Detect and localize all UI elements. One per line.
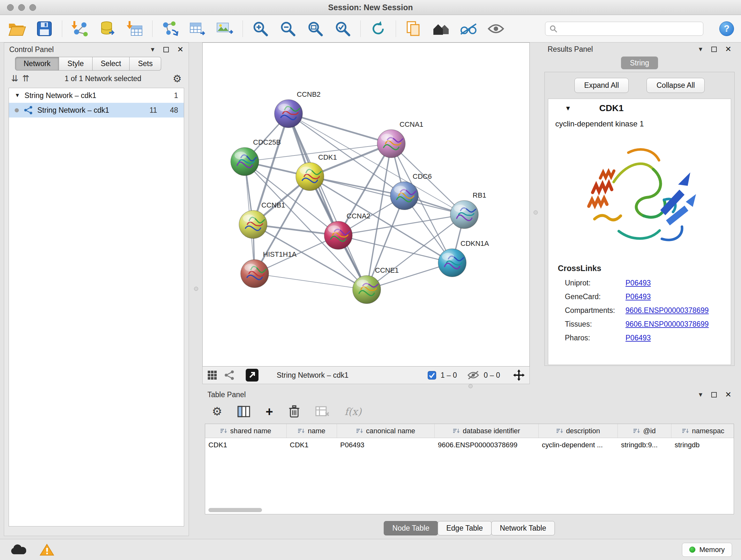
import-network-from-file-button[interactable] xyxy=(70,19,90,39)
selected-checkbox-icon[interactable] xyxy=(428,371,436,380)
column-header-name[interactable]: name xyxy=(286,424,337,438)
crosslinks-list: Uniprot:P06493GeneCard:P06493Compartment… xyxy=(548,276,731,345)
toolbar-search xyxy=(545,22,703,36)
network-canvas[interactable]: CCNB2CCNA1CDC25BCDK1CDC6RB1CCNB1CCNA2CDK… xyxy=(202,43,530,367)
export-network-icon xyxy=(161,20,179,37)
panel-float-icon[interactable] xyxy=(711,392,717,397)
tab-edge-table[interactable]: Edge Table xyxy=(437,521,491,536)
crosslink-link[interactable]: P06493 xyxy=(625,293,731,301)
zoom-selected-button[interactable] xyxy=(333,19,353,39)
search-input[interactable] xyxy=(561,24,699,33)
share-network-icon[interactable] xyxy=(224,370,234,380)
collapse-all-button[interactable]: Collapse All xyxy=(647,78,704,93)
column-header-database-identifier[interactable]: database identifier xyxy=(434,424,539,438)
network-row[interactable]: String Network – cdk1 11 48 xyxy=(9,103,184,118)
export-table-icon xyxy=(189,20,206,37)
node-label: CDC6 xyxy=(413,172,432,180)
export-network-button[interactable] xyxy=(160,19,180,39)
node-label: CDKN1A xyxy=(461,240,489,247)
column-header-canonical-name[interactable]: canonical name xyxy=(337,424,434,438)
table-cell: stringdb xyxy=(671,438,734,452)
column-header-namespac[interactable]: namespac xyxy=(671,424,734,438)
create-column-plus-icon[interactable]: + xyxy=(266,405,273,418)
network-collection-row[interactable]: ▼ String Network – cdk1 1 xyxy=(9,88,184,103)
panel-close-icon[interactable]: ✕ xyxy=(177,45,184,54)
network-node-CCNB2[interactable] xyxy=(274,100,302,128)
collapse-all-icon[interactable]: ⇊ xyxy=(11,73,18,84)
crosslink-link[interactable]: P06493 xyxy=(625,279,731,287)
function-builder-icon-disabled: f(x) xyxy=(345,406,361,417)
warning-icon[interactable] xyxy=(40,543,54,556)
import-table-from-file-button[interactable] xyxy=(125,19,145,39)
zoom-in-button[interactable] xyxy=(251,19,270,39)
crosslink-row-tissues-: Tissues:9606.ENSP00000378699 xyxy=(548,317,731,331)
show-details-button[interactable] xyxy=(486,19,506,39)
memory-button[interactable]: Memory xyxy=(682,543,732,557)
export-image-button[interactable] xyxy=(215,19,235,39)
cloud-icon[interactable] xyxy=(9,544,26,556)
save-session-button[interactable] xyxy=(35,19,54,39)
delete-column-trash-icon[interactable] xyxy=(288,405,300,418)
expand-all-button[interactable]: Expand All xyxy=(575,78,629,93)
splitter-handle[interactable] xyxy=(468,384,473,388)
import-network-from-database-button[interactable] xyxy=(97,19,117,39)
column-header--id[interactable]: @id xyxy=(618,424,671,438)
hide-details-button[interactable] xyxy=(459,19,478,39)
panel-close-icon[interactable]: ✕ xyxy=(725,390,731,399)
tab-select[interactable]: Select xyxy=(92,57,130,71)
panel-menu-caret-icon[interactable]: ▾ xyxy=(699,390,702,399)
close-window-button[interactable] xyxy=(7,4,14,11)
network-options-gear-icon[interactable]: ⚙ xyxy=(173,73,182,84)
status-bar: Memory xyxy=(0,539,741,560)
show-columns-icon[interactable] xyxy=(238,406,250,417)
tree-expand-caret-icon[interactable]: ▼ xyxy=(15,92,20,99)
splitter-handle[interactable] xyxy=(534,210,538,214)
open-in-new-window-button[interactable] xyxy=(246,368,259,382)
clone-network-button[interactable] xyxy=(404,19,423,39)
zoom-window-button[interactable] xyxy=(29,4,36,11)
table-toolbar: ⚙ + f(x) xyxy=(202,401,737,422)
node-table: shared namenamecanonical namedatabase id… xyxy=(205,424,734,514)
panel-float-icon[interactable] xyxy=(163,47,169,52)
tab-network-table[interactable]: Network Table xyxy=(491,521,555,536)
table-options-gear-icon[interactable]: ⚙ xyxy=(212,405,222,418)
table-header-row: shared namenamecanonical namedatabase id… xyxy=(205,424,734,438)
network-node-CCNB1[interactable] xyxy=(239,210,267,239)
expand-all-icon[interactable]: ⇈ xyxy=(22,73,30,84)
network-node-CCNA1[interactable] xyxy=(377,130,405,158)
column-header-description[interactable]: description xyxy=(539,424,618,438)
crosslink-link[interactable]: 9606.ENSP00000378699 xyxy=(625,320,731,328)
protein-collapse-caret-icon[interactable]: ▼ xyxy=(565,105,571,112)
splitter-handle[interactable] xyxy=(194,287,198,291)
node-label: CDC25B xyxy=(253,138,281,146)
open-session-button[interactable] xyxy=(7,19,27,39)
current-network-name: String Network – cdk1 xyxy=(277,371,348,380)
tab-string[interactable]: String xyxy=(621,57,658,69)
apply-layout-button[interactable] xyxy=(368,19,388,39)
tab-sets[interactable]: Sets xyxy=(130,57,161,71)
panel-menu-caret-icon[interactable]: ▾ xyxy=(699,45,702,53)
zoom-fit-content-button[interactable] xyxy=(306,19,325,39)
grid-view-icon[interactable] xyxy=(207,370,217,380)
fit-selection-move-icon[interactable] xyxy=(513,369,525,381)
tab-network[interactable]: Network xyxy=(15,57,59,71)
network-node-CCNE1[interactable] xyxy=(353,275,381,304)
help-button[interactable]: ? xyxy=(719,21,734,36)
network-overview-button[interactable] xyxy=(431,19,451,39)
column-header-shared-name[interactable]: shared name xyxy=(205,424,286,438)
crosslink-link[interactable]: 9606.ENSP00000378699 xyxy=(625,306,731,315)
zoom-out-button[interactable] xyxy=(278,19,298,39)
panel-menu-caret-icon[interactable]: ▾ xyxy=(151,45,154,54)
panel-close-icon[interactable]: ✕ xyxy=(725,45,731,54)
hidden-eye-slash-icon[interactable] xyxy=(467,371,479,380)
minimize-window-button[interactable] xyxy=(18,4,25,11)
export-table-button[interactable] xyxy=(188,19,207,39)
network-label: String Network – cdk1 xyxy=(37,106,109,115)
table-row[interactable]: CDK1CDK1P064939606.ENSP00000378699cyclin… xyxy=(205,438,734,452)
crosslink-link[interactable]: P06493 xyxy=(625,334,731,342)
network-node-RB1[interactable] xyxy=(450,200,478,229)
tab-style[interactable]: Style xyxy=(59,57,92,71)
panel-float-icon[interactable] xyxy=(711,47,717,52)
tab-node-table[interactable]: Node Table xyxy=(384,521,438,536)
horizontal-scrollbar-thumb[interactable] xyxy=(208,508,262,512)
